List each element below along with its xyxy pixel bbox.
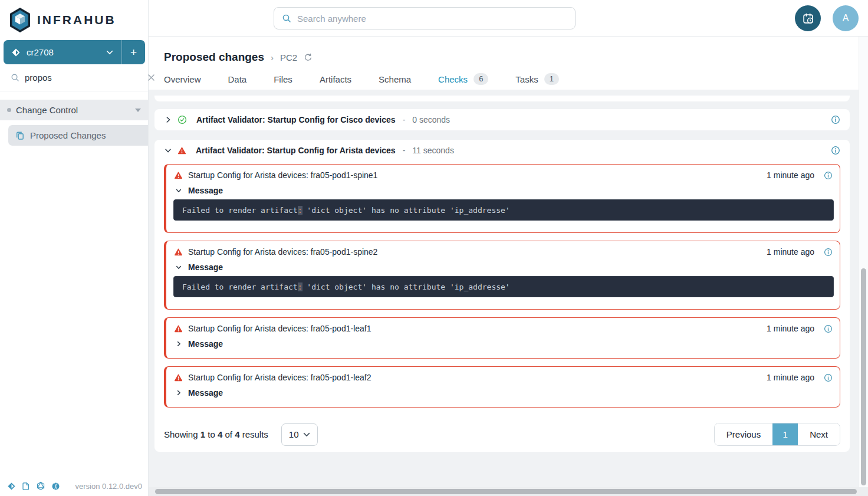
message-toggle[interactable]: Message bbox=[166, 382, 840, 398]
error-icon bbox=[174, 248, 183, 257]
pagination: Showing 1 to 4 of 4 results 10 Previous … bbox=[154, 415, 850, 446]
error-icon bbox=[174, 324, 183, 333]
info-icon[interactable] bbox=[824, 324, 833, 333]
chevron-right-icon bbox=[175, 340, 182, 347]
message-toggle[interactable]: Message bbox=[166, 257, 840, 272]
search-icon bbox=[11, 73, 19, 82]
validator-duration: 0 seconds bbox=[412, 115, 450, 124]
check-timestamp: 1 minute ago bbox=[767, 324, 814, 333]
page-1-button[interactable]: 1 bbox=[772, 423, 798, 445]
error-message-log[interactable]: Failed to render artifact: 'dict object'… bbox=[173, 199, 834, 221]
breadcrumb-chevron-icon: › bbox=[271, 52, 274, 63]
check-title: Startup Config for Arista devices: fra05… bbox=[188, 324, 371, 333]
results-summary: Showing 1 to 4 of 4 results bbox=[164, 429, 268, 439]
chevron-right-icon[interactable] bbox=[164, 116, 172, 124]
globe-icon[interactable] bbox=[51, 482, 60, 491]
highlighted-char: : bbox=[298, 206, 303, 215]
error-icon bbox=[174, 373, 183, 382]
check-timestamp: 1 minute ago bbox=[767, 170, 814, 180]
previous-page-button[interactable]: Previous bbox=[715, 423, 772, 445]
user-avatar[interactable]: A bbox=[833, 5, 859, 31]
vertical-scrollbar-thumb[interactable] bbox=[861, 268, 866, 485]
breadcrumb: Proposed changes › PC2 bbox=[149, 37, 859, 64]
tasks-count-badge: 1 bbox=[544, 73, 559, 85]
check-timestamp: 1 minute ago bbox=[767, 247, 814, 257]
top-bar: A bbox=[149, 0, 868, 37]
checks-panel: Artifact Validator: Startup Config for C… bbox=[149, 90, 859, 487]
success-icon bbox=[177, 115, 187, 124]
highlighted-char: : bbox=[298, 283, 303, 291]
version-label: version 0.12.0.dev0 bbox=[75, 482, 142, 491]
page-size-select[interactable]: 10 bbox=[281, 423, 318, 446]
global-search-input[interactable] bbox=[297, 14, 567, 24]
sidebar-item-proposed-changes[interactable]: Proposed Changes bbox=[8, 125, 148, 146]
message-toggle[interactable]: Message bbox=[166, 180, 840, 195]
check-card-leaf1: Startup Config for Arista devices: fra05… bbox=[164, 317, 840, 359]
graphql-icon[interactable] bbox=[36, 481, 45, 491]
validator-row-arista: Artifact Validator: Startup Config for A… bbox=[154, 140, 850, 452]
error-message-log[interactable]: Failed to render artifact: 'dict object'… bbox=[173, 276, 834, 297]
proposed-changes-icon bbox=[15, 131, 25, 140]
global-search[interactable] bbox=[274, 7, 576, 29]
chevron-down-icon bbox=[303, 432, 310, 437]
sidebar-group-change-control[interactable]: Change Control bbox=[0, 100, 148, 120]
breadcrumb-item[interactable]: PC2 bbox=[280, 52, 297, 63]
check-title: Startup Config for Arista devices: fra05… bbox=[188, 373, 371, 382]
message-toggle[interactable]: Message bbox=[166, 333, 840, 349]
check-timestamp: 1 minute ago bbox=[767, 373, 814, 382]
check-card-spine1: Startup Config for Arista devices: fra05… bbox=[164, 164, 840, 233]
validator-duration: 11 seconds bbox=[412, 146, 454, 155]
branch-icon bbox=[11, 48, 21, 57]
horizontal-scrollbar[interactable] bbox=[149, 487, 868, 496]
partial-card bbox=[154, 96, 850, 101]
branch-selector[interactable]: cr2708 + bbox=[4, 40, 145, 64]
sidebar-search[interactable] bbox=[0, 64, 148, 91]
validator-name: Artifact Validator: Startup Config for C… bbox=[196, 115, 396, 124]
info-icon[interactable] bbox=[831, 115, 840, 124]
next-page-button[interactable]: Next bbox=[798, 423, 840, 445]
pager: Previous 1 Next bbox=[714, 423, 840, 446]
page-title[interactable]: Proposed changes bbox=[164, 51, 264, 64]
refresh-icon[interactable] bbox=[304, 53, 313, 62]
vertical-scrollbar[interactable] bbox=[859, 37, 868, 487]
document-icon[interactable] bbox=[22, 482, 30, 491]
sidebar-search-input[interactable] bbox=[25, 73, 142, 83]
horizontal-scrollbar-thumb[interactable] bbox=[155, 489, 857, 494]
group-collapse-icon[interactable] bbox=[135, 109, 141, 112]
validator-name: Artifact Validator: Startup Config for A… bbox=[196, 146, 396, 155]
infrahub-hexagon-icon bbox=[8, 7, 32, 33]
group-bullet-icon bbox=[7, 108, 11, 112]
chevron-down-icon bbox=[175, 187, 182, 194]
sidebar-item-label: Proposed Changes bbox=[30, 130, 106, 140]
sidebar: INFRAHUB cr2708 + Change Control bbox=[0, 0, 149, 496]
brand-name: INFRAHUB bbox=[37, 13, 116, 27]
chevron-down-icon bbox=[175, 264, 182, 271]
group-label: Change Control bbox=[16, 105, 78, 115]
branch-chevron-down-icon[interactable] bbox=[98, 40, 121, 64]
check-title: Startup Config for Arista devices: fra05… bbox=[188, 247, 377, 257]
search-icon bbox=[282, 14, 291, 23]
check-card-leaf2: Startup Config for Arista devices: fra05… bbox=[164, 366, 840, 408]
chevron-down-icon[interactable] bbox=[164, 146, 172, 155]
check-card-spine2: Startup Config for Arista devices: fra05… bbox=[164, 241, 840, 310]
create-branch-button[interactable]: + bbox=[121, 40, 145, 64]
page-header: Proposed changes › PC2 Overview Data Fil… bbox=[149, 37, 859, 94]
info-icon[interactable] bbox=[831, 146, 840, 155]
sidebar-footer: version 0.12.0.dev0 bbox=[0, 476, 148, 496]
chevron-right-icon bbox=[175, 389, 182, 396]
info-icon[interactable] bbox=[824, 373, 833, 382]
info-icon[interactable] bbox=[824, 171, 833, 180]
checks-count-badge: 6 bbox=[474, 73, 488, 85]
check-title: Startup Config for Arista devices: fra05… bbox=[188, 170, 377, 180]
info-icon[interactable] bbox=[824, 248, 833, 257]
error-icon bbox=[177, 146, 186, 155]
branch-name: cr2708 bbox=[27, 47, 54, 57]
app-logo[interactable]: INFRAHUB bbox=[0, 0, 148, 34]
schedule-button[interactable] bbox=[795, 5, 821, 31]
validator-row-cisco[interactable]: Artifact Validator: Startup Config for C… bbox=[154, 109, 850, 130]
calendar-clock-icon bbox=[802, 12, 814, 25]
error-icon bbox=[174, 171, 183, 180]
clear-search-icon[interactable] bbox=[147, 74, 155, 81]
diamond-icon[interactable] bbox=[7, 482, 16, 491]
